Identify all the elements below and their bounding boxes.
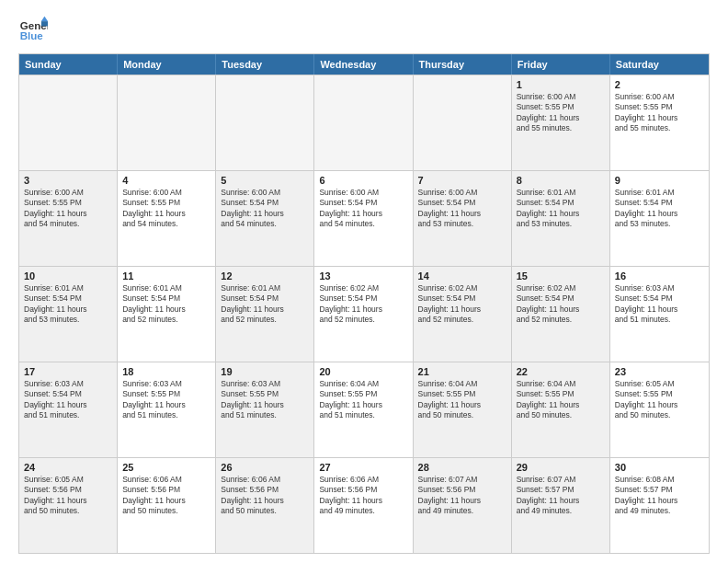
day-number: 27: [319, 462, 407, 473]
calendar-day-cell: [314, 75, 413, 170]
day-number: 8: [517, 175, 605, 186]
day-number: 4: [122, 175, 210, 186]
day-number: 24: [24, 462, 112, 473]
calendar-body: 1Sunrise: 6:00 AM Sunset: 5:55 PM Daylig…: [19, 75, 709, 553]
day-info: Sunrise: 6:01 AM Sunset: 5:54 PM Dayligh…: [122, 283, 210, 326]
day-number: 11: [122, 270, 210, 282]
day-info: Sunrise: 6:05 AM Sunset: 5:56 PM Dayligh…: [24, 475, 112, 517]
calendar-day-header: Saturday: [610, 54, 709, 75]
day-number: 16: [615, 270, 704, 282]
day-info: Sunrise: 6:02 AM Sunset: 5:54 PM Dayligh…: [319, 283, 407, 326]
calendar-day-cell: 30Sunrise: 6:08 AM Sunset: 5:57 PM Dayli…: [610, 458, 709, 553]
day-info: Sunrise: 6:02 AM Sunset: 5:54 PM Dayligh…: [517, 283, 605, 326]
calendar-day-cell: 12Sunrise: 6:01 AM Sunset: 5:54 PM Dayli…: [216, 267, 314, 362]
calendar-day-cell: 7Sunrise: 6:00 AM Sunset: 5:54 PM Daylig…: [414, 171, 512, 266]
day-info: Sunrise: 6:00 AM Sunset: 5:54 PM Dayligh…: [418, 188, 506, 230]
day-info: Sunrise: 6:07 AM Sunset: 5:57 PM Dayligh…: [517, 475, 605, 517]
day-number: 23: [615, 366, 704, 377]
day-info: Sunrise: 6:03 AM Sunset: 5:54 PM Dayligh…: [24, 379, 112, 421]
day-number: 25: [122, 462, 210, 473]
day-number: 17: [24, 366, 112, 377]
day-number: 13: [319, 270, 407, 282]
calendar-day-cell: 11Sunrise: 6:01 AM Sunset: 5:54 PM Dayli…: [118, 267, 216, 362]
day-number: 3: [24, 175, 112, 186]
calendar-day-cell: 24Sunrise: 6:05 AM Sunset: 5:56 PM Dayli…: [19, 458, 118, 553]
calendar-week-row: 10Sunrise: 6:01 AM Sunset: 5:54 PM Dayli…: [19, 266, 709, 362]
calendar-day-cell: 10Sunrise: 6:01 AM Sunset: 5:54 PM Dayli…: [19, 267, 118, 362]
calendar-day-cell: 13Sunrise: 6:02 AM Sunset: 5:54 PM Dayli…: [314, 267, 413, 362]
calendar-day-header: Monday: [118, 54, 216, 75]
day-info: Sunrise: 6:00 AM Sunset: 5:54 PM Dayligh…: [319, 188, 407, 230]
calendar-day-cell: 8Sunrise: 6:01 AM Sunset: 5:54 PM Daylig…: [512, 171, 610, 266]
day-number: 26: [221, 462, 309, 473]
day-info: Sunrise: 6:06 AM Sunset: 5:56 PM Dayligh…: [319, 475, 407, 517]
calendar-day-cell: 29Sunrise: 6:07 AM Sunset: 5:57 PM Dayli…: [512, 458, 610, 553]
calendar-day-cell: 6Sunrise: 6:00 AM Sunset: 5:54 PM Daylig…: [314, 171, 413, 266]
calendar-week-row: 1Sunrise: 6:00 AM Sunset: 5:55 PM Daylig…: [19, 75, 709, 170]
calendar-day-cell: 16Sunrise: 6:03 AM Sunset: 5:54 PM Dayli…: [610, 267, 709, 362]
day-number: 19: [221, 366, 309, 377]
day-number: 7: [418, 175, 506, 186]
calendar-header: SundayMondayTuesdayWednesdayThursdayFrid…: [19, 54, 709, 75]
calendar-day-cell: 23Sunrise: 6:05 AM Sunset: 5:55 PM Dayli…: [610, 362, 709, 457]
calendar-day-cell: 9Sunrise: 6:01 AM Sunset: 5:54 PM Daylig…: [610, 171, 709, 266]
day-info: Sunrise: 6:00 AM Sunset: 5:55 PM Dayligh…: [517, 92, 605, 134]
calendar-day-cell: 19Sunrise: 6:03 AM Sunset: 5:55 PM Dayli…: [216, 362, 314, 457]
calendar-week-row: 24Sunrise: 6:05 AM Sunset: 5:56 PM Dayli…: [19, 457, 709, 553]
day-info: Sunrise: 6:01 AM Sunset: 5:54 PM Dayligh…: [24, 283, 112, 326]
calendar-day-cell: [414, 75, 512, 170]
svg-text:Blue: Blue: [20, 30, 44, 41]
day-number: 6: [319, 175, 407, 186]
day-number: 14: [418, 270, 506, 282]
day-info: Sunrise: 6:07 AM Sunset: 5:56 PM Dayligh…: [418, 475, 506, 517]
calendar-day-cell: 2Sunrise: 6:00 AM Sunset: 5:55 PM Daylig…: [610, 75, 709, 170]
day-number: 29: [517, 462, 605, 473]
day-number: 10: [24, 270, 112, 282]
day-number: 9: [615, 175, 704, 186]
day-number: 22: [517, 366, 605, 377]
calendar-day-cell: 21Sunrise: 6:04 AM Sunset: 5:55 PM Dayli…: [414, 362, 512, 457]
logo-icon: General Blue: [18, 15, 48, 44]
day-info: Sunrise: 6:00 AM Sunset: 5:54 PM Dayligh…: [221, 188, 309, 230]
day-info: Sunrise: 6:01 AM Sunset: 5:54 PM Dayligh…: [517, 188, 605, 230]
calendar-day-cell: 1Sunrise: 6:00 AM Sunset: 5:55 PM Daylig…: [512, 75, 610, 170]
calendar-day-cell: 25Sunrise: 6:06 AM Sunset: 5:56 PM Dayli…: [118, 458, 216, 553]
day-number: 21: [418, 366, 506, 377]
day-info: Sunrise: 6:06 AM Sunset: 5:56 PM Dayligh…: [122, 475, 210, 517]
day-number: 15: [517, 270, 605, 282]
svg-marker-2: [41, 17, 48, 21]
calendar-day-cell: 17Sunrise: 6:03 AM Sunset: 5:54 PM Dayli…: [19, 362, 118, 457]
day-info: Sunrise: 6:03 AM Sunset: 5:55 PM Dayligh…: [221, 379, 309, 421]
day-number: 1: [517, 79, 605, 90]
calendar-day-header: Wednesday: [314, 54, 413, 75]
day-info: Sunrise: 6:06 AM Sunset: 5:56 PM Dayligh…: [221, 475, 309, 517]
calendar: SundayMondayTuesdayWednesdayThursdayFrid…: [18, 53, 710, 554]
page-header: General Blue: [18, 15, 710, 44]
day-number: 28: [418, 462, 506, 473]
calendar-day-cell: 28Sunrise: 6:07 AM Sunset: 5:56 PM Dayli…: [414, 458, 512, 553]
day-info: Sunrise: 6:04 AM Sunset: 5:55 PM Dayligh…: [319, 379, 407, 421]
day-info: Sunrise: 6:08 AM Sunset: 5:57 PM Dayligh…: [615, 475, 704, 517]
calendar-day-cell: 26Sunrise: 6:06 AM Sunset: 5:56 PM Dayli…: [216, 458, 314, 553]
day-info: Sunrise: 6:05 AM Sunset: 5:55 PM Dayligh…: [615, 379, 704, 421]
day-info: Sunrise: 6:03 AM Sunset: 5:55 PM Dayligh…: [122, 379, 210, 421]
calendar-day-cell: 18Sunrise: 6:03 AM Sunset: 5:55 PM Dayli…: [118, 362, 216, 457]
calendar-day-cell: [118, 75, 216, 170]
calendar-day-cell: 5Sunrise: 6:00 AM Sunset: 5:54 PM Daylig…: [216, 171, 314, 266]
calendar-day-header: Friday: [512, 54, 610, 75]
day-info: Sunrise: 6:02 AM Sunset: 5:54 PM Dayligh…: [418, 283, 506, 326]
calendar-day-cell: 20Sunrise: 6:04 AM Sunset: 5:55 PM Dayli…: [314, 362, 413, 457]
calendar-day-header: Tuesday: [216, 54, 314, 75]
day-info: Sunrise: 6:00 AM Sunset: 5:55 PM Dayligh…: [122, 188, 210, 230]
day-info: Sunrise: 6:04 AM Sunset: 5:55 PM Dayligh…: [517, 379, 605, 421]
calendar-day-cell: [216, 75, 314, 170]
calendar-day-header: Thursday: [414, 54, 512, 75]
calendar-week-row: 17Sunrise: 6:03 AM Sunset: 5:54 PM Dayli…: [19, 362, 709, 457]
day-info: Sunrise: 6:04 AM Sunset: 5:55 PM Dayligh…: [418, 379, 506, 421]
day-info: Sunrise: 6:00 AM Sunset: 5:55 PM Dayligh…: [24, 188, 112, 230]
day-info: Sunrise: 6:03 AM Sunset: 5:54 PM Dayligh…: [615, 283, 704, 326]
logo: General Blue: [18, 15, 48, 44]
day-number: 20: [319, 366, 407, 377]
day-number: 30: [615, 462, 704, 473]
calendar-day-cell: 27Sunrise: 6:06 AM Sunset: 5:56 PM Dayli…: [314, 458, 413, 553]
